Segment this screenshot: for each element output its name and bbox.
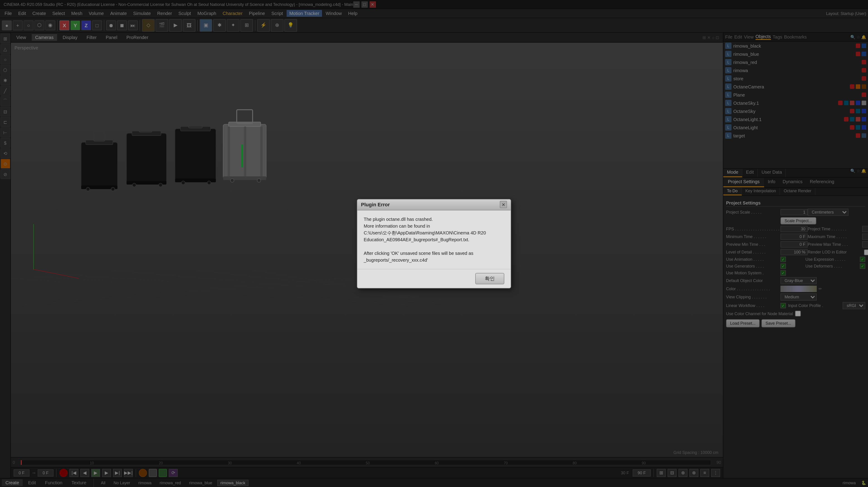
dialog-title: Plugin Error <box>361 202 500 207</box>
dialog-msg-1: The plugin octane.dll has crashed. <box>364 216 504 222</box>
dialog-close-btn[interactable]: ✕ <box>500 201 507 208</box>
dialog-msg-4: Education_AE0984AE#_bugreports#_BugRepor… <box>364 236 504 243</box>
plugin-error-dialog: Plugin Error ✕ The plugin octane.dll has… <box>357 199 511 288</box>
dialog-msg-2: More information can be found in <box>364 222 504 229</box>
dialog-msg-7: _bugreports/_recovery_xxx.c4d' <box>364 256 504 263</box>
dialog-title-bar: Plugin Error ✕ <box>358 199 510 210</box>
dialog-msg-6: After clicking 'OK' unsaved scene files … <box>364 250 504 256</box>
dialog-footer: 확인 <box>358 269 510 288</box>
dialog-ok-btn[interactable]: 확인 <box>475 273 504 284</box>
dialog-body: The plugin octane.dll has crashed. More … <box>358 210 510 269</box>
dialog-msg-3: C:\Users\오수환\AppData\Roaming\MAXON\Cinem… <box>364 229 504 236</box>
dialog-overlay: Plugin Error ✕ The plugin octane.dll has… <box>0 0 868 487</box>
